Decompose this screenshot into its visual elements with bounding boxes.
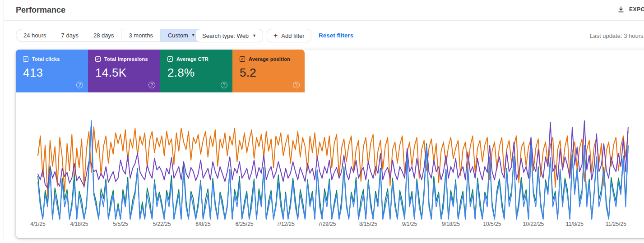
metric-value: 2.8% [167,66,225,80]
add-filter-chip[interactable]: + Add filter [267,29,311,42]
help-icon[interactable]: ? [221,82,227,88]
search-type-chip[interactable]: Search type: Web ▼ [195,29,263,42]
x-axis-label: 6/25/25 [228,221,260,227]
performance-panel: ✓ Total clicks 413 ? ✓ Total impressions… [16,50,644,238]
checkbox-icon[interactable]: ✓ [23,56,28,62]
x-axis-label: 6/8/25 [187,221,219,227]
filter-bar: 24 hours 7 days 28 days 3 months Custom … [0,29,644,42]
x-axis-label: 5/22/25 [146,221,177,227]
chevron-down-icon: ▼ [191,33,195,37]
checkbox-icon[interactable]: ✓ [167,56,173,62]
export-label: EXPORT [629,6,644,13]
date-range-tabs: 24 hours 7 days 28 days 3 months Custom … [16,29,203,42]
metric-label: Total clicks [32,56,60,62]
x-axis-label: 8/15/25 [352,221,384,227]
x-axis-label: 9/18/25 [435,221,467,227]
download-icon [617,6,625,13]
export-button[interactable]: EXPORT [617,6,644,13]
chevron-down-icon: ▼ [252,34,256,38]
date-tab-24-hours[interactable]: 24 hours [16,29,54,41]
x-axis-label: 7/29/25 [311,221,343,227]
checkbox-icon[interactable]: ✓ [240,56,245,62]
metric-card-average-ctr[interactable]: ✓ Average CTR 2.8% ? [160,50,232,92]
x-axis-label: 11/25/25 [600,221,632,227]
reset-filters-link[interactable]: Reset filters [319,32,353,39]
filter-divider [189,30,190,41]
help-icon[interactable]: ? [293,82,300,88]
help-icon[interactable]: ? [148,82,155,88]
x-axis-label: 11/8/25 [559,221,590,227]
x-axis-label: 10/5/25 [476,221,508,227]
x-axis-label: 7/12/25 [270,221,301,227]
metric-value: 14.5K [95,66,153,80]
metric-value: 5.2 [240,66,297,80]
header-divider [4,20,644,21]
metric-label: Average position [249,56,290,62]
x-axis-label: 9/1/25 [394,221,425,227]
help-icon[interactable]: ? [76,82,83,88]
metric-card-average-position[interactable]: ✓ Average position 5.2 ? [232,50,305,92]
x-axis-label: 4/1/25 [22,221,54,227]
x-axis-label: 10/22/25 [518,221,549,227]
plus-icon: + [273,32,278,39]
metric-label: Total impressions [104,56,148,62]
date-tab-7-days[interactable]: 7 days [54,29,86,41]
date-tab-28-days[interactable]: 28 days [86,29,121,41]
metric-value: 413 [23,66,81,80]
x-axis-label: 4/18/25 [63,221,95,227]
checkbox-icon[interactable]: ✓ [95,56,101,62]
metric-card-total-impressions[interactable]: ✓ Total impressions 14.5K ? [88,50,160,92]
metric-card-total-clicks[interactable]: ✓ Total clicks 413 ? [16,50,88,92]
x-axis-label: 5/5/25 [105,221,136,227]
last-update-text: Last update: 3 hours ago [590,32,644,39]
metric-label: Average CTR [176,56,208,62]
date-tab-3-months[interactable]: 3 months [121,29,160,41]
page-title: Performance [16,5,65,15]
metric-cards-row: ✓ Total clicks 413 ? ✓ Total impressions… [16,50,305,92]
